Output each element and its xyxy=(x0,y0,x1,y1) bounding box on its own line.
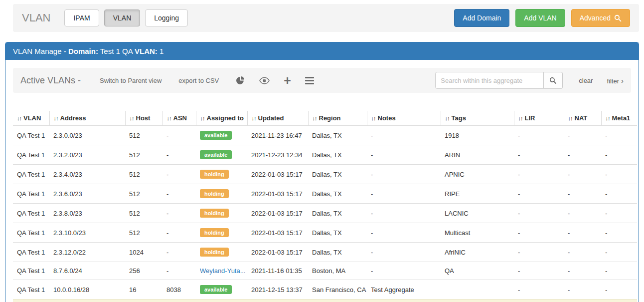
column-header-nat[interactable]: ↓↑NAT xyxy=(564,111,601,126)
cell-meta1: - xyxy=(601,300,637,302)
cell-lir: - xyxy=(514,165,564,184)
add-vlan-button[interactable]: Add VLAN xyxy=(515,9,565,27)
column-header-host[interactable]: ↓↑Host xyxy=(125,111,162,126)
cell-notes: - xyxy=(367,165,441,184)
table-row[interactable]: QA Test 12.3.4.0/23512-holding2022-01-03… xyxy=(13,165,637,184)
cell-assigned: holding xyxy=(196,223,247,243)
table-row[interactable]: QA Test 12.3.2.0/23512-available2021-12-… xyxy=(13,145,637,165)
cell-assigned: available xyxy=(196,126,247,145)
cell-address: 10.34.0.0/31 xyxy=(49,300,125,302)
export-csv-link[interactable]: export to CSV xyxy=(178,77,219,84)
cell-region: Dallas, TX xyxy=(308,145,367,165)
column-header-meta1[interactable]: ↓↑Meta1 xyxy=(601,111,637,126)
column-header-vlan[interactable]: ↓↑VLAN xyxy=(13,111,49,126)
column-header-address[interactable]: ↓↑Address xyxy=(49,111,125,126)
aggregate-search-button[interactable] xyxy=(544,72,563,89)
tab-ipam[interactable]: IPAM xyxy=(64,9,99,26)
table-row[interactable]: QA Test 12.3.0.0/23512-available2021-11-… xyxy=(13,126,637,145)
cell-tags: ARIN xyxy=(441,145,514,165)
cell-lir: - xyxy=(514,145,564,165)
pie-chart-icon[interactable] xyxy=(236,76,245,85)
cell-nat: - xyxy=(564,300,601,302)
cell-lir: - xyxy=(514,223,564,243)
column-header-assigned[interactable]: ↓↑Assigned to xyxy=(196,111,247,126)
table-row[interactable]: QA Test 110.34.0.0/312-ACCO2021-11-15 14… xyxy=(13,300,637,302)
status-badge: holding xyxy=(200,228,229,237)
cell-host: 16 xyxy=(125,280,162,300)
cell-host: 512 xyxy=(125,223,162,243)
cell-updated: 2021-11-16 01:35 xyxy=(247,262,308,280)
cell-updated: 2021-12-23 12:34 xyxy=(247,145,308,165)
cell-asn: - xyxy=(162,145,196,165)
cell-assigned: holding xyxy=(196,165,247,184)
cell-tags: Multicast xyxy=(441,223,514,243)
cell-address: 2.3.6.0/23 xyxy=(49,184,125,204)
cell-address: 2.3.12.0/22 xyxy=(49,243,125,262)
table-row[interactable]: QA Test 110.0.0.16/28168038available2021… xyxy=(13,280,637,300)
cell-notes: - xyxy=(367,243,441,262)
cell-vlan: QA Test 1 xyxy=(13,262,49,280)
cell-vlan: QA Test 1 xyxy=(13,223,49,243)
table-row[interactable]: QA Test 12.3.8.0/23512-holding2022-01-03… xyxy=(13,204,637,223)
column-header-tags[interactable]: ↓↑Tags xyxy=(441,111,514,126)
cell-asn: 8038 xyxy=(162,280,196,300)
eye-icon[interactable] xyxy=(259,77,270,84)
cell-vlan: QA Test 1 xyxy=(13,300,49,302)
cell-notes: Test Aggregate xyxy=(367,280,441,300)
table-row[interactable]: QA Test 18.7.6.0/24256-Weyland-Yuta...20… xyxy=(13,262,637,280)
cell-nat: - xyxy=(564,145,601,165)
sort-icon: ↓↑ xyxy=(606,115,610,121)
cell-asn: - xyxy=(162,126,196,145)
cell-vlan: QA Test 1 xyxy=(13,280,49,300)
cell-notes: - xyxy=(367,262,441,280)
plus-icon[interactable]: + xyxy=(284,74,291,87)
cell-meta1: - xyxy=(601,243,637,262)
clear-link[interactable]: clear xyxy=(579,77,593,84)
status-badge: holding xyxy=(200,170,229,179)
cell-region: Boston, MA xyxy=(308,262,367,280)
cell-asn: - xyxy=(162,184,196,204)
cell-nat: - xyxy=(564,262,601,280)
column-header-notes[interactable]: ↓↑Notes xyxy=(367,111,441,126)
table-row[interactable]: QA Test 12.3.10.0/23512-holding2022-01-0… xyxy=(13,223,637,243)
cell-asn: - xyxy=(162,204,196,223)
cell-lir: - xyxy=(514,280,564,300)
tab-logging[interactable]: Logging xyxy=(145,9,188,26)
tab-vlan[interactable]: VLAN xyxy=(104,9,141,26)
column-header-asn[interactable]: ↓↑ASN xyxy=(162,111,196,126)
add-domain-button[interactable]: Add Domain xyxy=(454,9,509,27)
switch-parent-view-link[interactable]: Switch to Parent view xyxy=(100,77,161,84)
table-row[interactable]: QA Test 12.3.12.0/221024-holding2022-01-… xyxy=(13,243,637,262)
cell-nat: - xyxy=(564,243,601,262)
cell-host: 512 xyxy=(125,204,162,223)
table-toolbar: Active VLANs - Switch to Parent view exp… xyxy=(13,68,631,93)
cell-tags: LACNIC xyxy=(441,204,514,223)
filter-link[interactable]: filter› xyxy=(607,76,624,85)
cell-region: Dallas, TX xyxy=(308,223,367,243)
cell-nat: - xyxy=(564,204,601,223)
column-header-updated[interactable]: ↓↑Updated xyxy=(247,111,308,126)
cell-vlan: QA Test 1 xyxy=(13,204,49,223)
advanced-search-button[interactable]: Advanced xyxy=(571,9,630,27)
cell-nat: - xyxy=(564,165,601,184)
menu-bars-icon[interactable] xyxy=(305,75,314,86)
assigned-to-link[interactable]: Weyland-Yuta... xyxy=(200,267,246,275)
cell-lir: - xyxy=(514,126,564,145)
cell-tags: APNIC xyxy=(441,165,514,184)
cell-lir: - xyxy=(514,262,564,280)
aggregate-search-input[interactable] xyxy=(435,72,544,89)
cell-assigned: available xyxy=(196,280,247,300)
sort-icon: ↓↑ xyxy=(130,115,134,121)
column-header-region[interactable]: ↓↑Region xyxy=(308,111,367,126)
column-header-lir[interactable]: ↓↑LIR xyxy=(514,111,564,126)
tab-group: IPAMVLANLogging xyxy=(64,9,193,26)
cell-host: 1024 xyxy=(125,243,162,262)
panel-body: Active VLANs - Switch to Parent view exp… xyxy=(5,60,639,302)
cell-host: 2 xyxy=(125,300,162,302)
cell-updated: 2022-01-03 15:17 xyxy=(247,204,308,223)
cell-address: 2.3.2.0/23 xyxy=(49,145,125,165)
cell-region: Berlin xyxy=(308,300,367,302)
cell-updated: 2021-11-23 16:47 xyxy=(247,126,308,145)
table-header-row: ↓↑VLAN↓↑Address↓↑Host↓↑ASN↓↑Assigned to↓… xyxy=(13,111,637,126)
table-row[interactable]: QA Test 12.3.6.0/23512-holding2022-01-03… xyxy=(13,184,637,204)
